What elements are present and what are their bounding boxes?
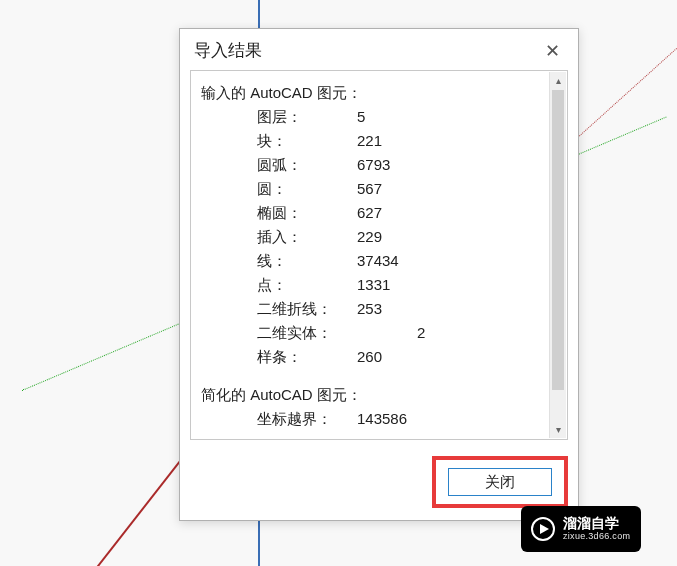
play-icon <box>531 517 555 541</box>
watermark-text: 溜溜自学 zixue.3d66.com <box>563 516 630 541</box>
close-button[interactable]: 关闭 <box>448 468 552 496</box>
row-layers: 图层：5 <box>257 105 559 129</box>
row-splines: 样条：260 <box>257 345 559 369</box>
scroll-thumb[interactable] <box>552 90 564 390</box>
row-lines: 线：37434 <box>257 249 559 273</box>
row-ellipses: 椭圆：627 <box>257 201 559 225</box>
section-imported-title: 输入的 AutoCAD 图元： <box>201 81 559 105</box>
watermark-badge: 溜溜自学 zixue.3d66.com <box>521 506 641 552</box>
scroll-down-icon[interactable]: ▾ <box>550 421 566 438</box>
row-polylines: 二维折线：253 <box>257 297 559 321</box>
row-arcs: 圆弧：6793 <box>257 153 559 177</box>
row-solids: 二维实体：2 <box>257 321 559 345</box>
section-simplified-title: 简化的 AutoCAD 图元： <box>201 383 559 407</box>
close-icon[interactable]: ✕ <box>539 40 566 62</box>
close-button-label: 关闭 <box>485 473 515 492</box>
scrollbar[interactable]: ▴ ▾ <box>549 72 566 438</box>
watermark-subtitle: zixue.3d66.com <box>563 532 630 542</box>
dialog-titlebar: 导入结果 ✕ <box>180 29 578 70</box>
row-circles: 圆：567 <box>257 177 559 201</box>
dialog-content-wrap: 输入的 AutoCAD 图元： 图层：5 块：221 圆弧：6793 圆：567… <box>180 70 578 448</box>
row-blocks: 块：221 <box>257 129 559 153</box>
scroll-up-icon[interactable]: ▴ <box>550 72 566 89</box>
row-coords-out: 坐标越界：143586 <box>257 407 559 431</box>
dialog-button-row: 关闭 <box>180 448 578 520</box>
row-points: 点：1331 <box>257 273 559 297</box>
import-results-dialog: 导入结果 ✕ 输入的 AutoCAD 图元： 图层：5 块：221 圆弧：679… <box>179 28 579 521</box>
dialog-title: 导入结果 <box>194 39 262 62</box>
watermark-title: 溜溜自学 <box>563 516 630 531</box>
row-inserts: 插入：229 <box>257 225 559 249</box>
results-text-area: 输入的 AutoCAD 图元： 图层：5 块：221 圆弧：6793 圆：567… <box>190 70 568 440</box>
annotation-highlight: 关闭 <box>432 456 568 508</box>
